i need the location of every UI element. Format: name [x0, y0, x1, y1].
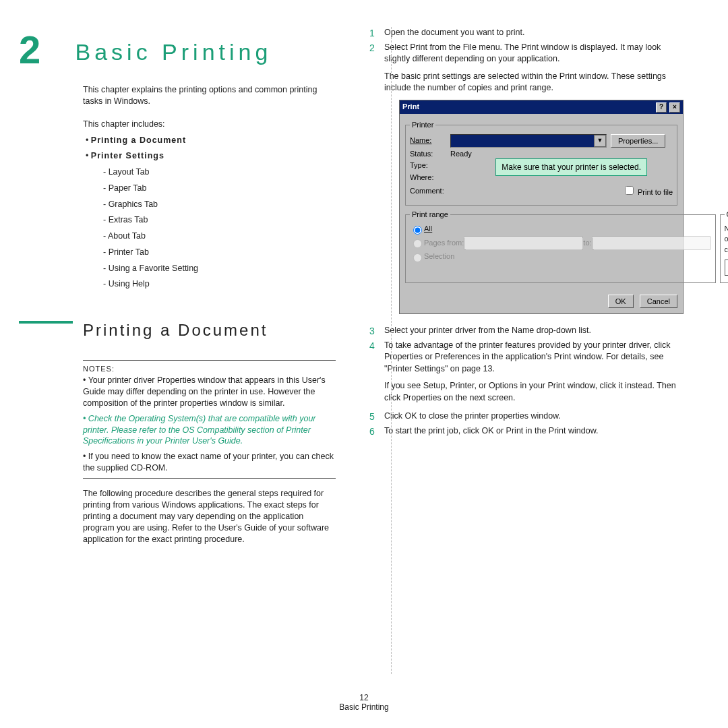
- section-title: Printing a Document: [83, 321, 336, 340]
- toc-subitem: Paper Tab: [109, 183, 147, 193]
- num-copies-label: Number of copies:: [725, 224, 728, 255]
- type-label: Type:: [410, 160, 450, 171]
- includes-label: This chapter includes:: [83, 117, 336, 133]
- step-text: If you see Setup, Printer, or Options in…: [384, 380, 686, 404]
- chapter-number: 2: [19, 27, 73, 72]
- step-number: 6: [369, 425, 384, 439]
- toc-subitem: Extras Tab: [109, 215, 148, 224]
- copies-group: Copies Number of copies: 11 22 33 Collat…: [720, 210, 728, 284]
- group-label: Printer: [410, 120, 435, 130]
- ok-button[interactable]: OK: [608, 295, 634, 308]
- toc-item: Printing a Document: [91, 135, 186, 145]
- toc-item: Printer Settings: [91, 151, 164, 160]
- cancel-button[interactable]: Cancel: [640, 295, 677, 308]
- step-number: 4: [369, 340, 384, 410]
- toc-subitem: Using a Favorite Setting: [109, 264, 198, 273]
- from-input: [464, 236, 583, 250]
- chapter-title: Basic Printing: [75, 39, 272, 65]
- step-number: 3: [369, 325, 384, 338]
- step-text: To start the print job, click OK or Prin…: [384, 425, 686, 439]
- range-selection-label: Selection: [424, 251, 454, 262]
- help-icon[interactable]: ?: [656, 102, 667, 113]
- properties-button[interactable]: Properties...: [611, 134, 665, 148]
- dialog-titlebar: Print ? ×: [400, 100, 683, 114]
- group-label: Print range: [410, 210, 450, 220]
- range-all-label: All: [424, 224, 432, 234]
- print-to-file-checkbox[interactable]: [625, 186, 634, 195]
- step-text: Open the document you want to print.: [384, 27, 686, 40]
- print-to-file-label: Print to file: [638, 188, 673, 196]
- printer-group: Printer Name: ▼ Properties... Status:Rea…: [405, 120, 677, 206]
- step-number: 2: [369, 42, 384, 324]
- toc-subitem: Printer Tab: [109, 247, 149, 257]
- range-selection-radio: [413, 253, 422, 262]
- toc-subitem: About Tab: [108, 231, 146, 241]
- toc-subitem: Using Help: [109, 279, 150, 289]
- to-input: [592, 236, 711, 250]
- toc-subitem: Layout Tab: [109, 167, 150, 177]
- chapter-intro: This chapter explains the printing optio…: [83, 84, 336, 107]
- note-text: Your printer driver Properties window th…: [83, 375, 326, 408]
- comment-label: Comment:: [410, 186, 450, 196]
- print-range-group: Print range All Pages from: to: Selectio…: [405, 210, 716, 284]
- step-text: Select Print from the File menu. The Pri…: [384, 42, 686, 65]
- page-number: 12: [0, 693, 728, 702]
- range-pages-label: Pages: [424, 238, 445, 248]
- notes-label: NOTES:: [83, 365, 336, 373]
- note-text: If you need to know the exact name of yo…: [83, 452, 334, 473]
- group-label: Copies: [725, 210, 728, 220]
- name-label: Name:: [410, 135, 450, 146]
- step-text: Select your printer driver from the Name…: [384, 325, 686, 338]
- note-text-italic: Check the Operating System(s) that are c…: [83, 414, 316, 446]
- collate-preview-icon: 11 22 33: [725, 259, 728, 276]
- chevron-down-icon[interactable]: ▼: [594, 135, 606, 147]
- step-text: Click OK to close the printer properties…: [384, 411, 686, 424]
- step-number: 5: [369, 411, 384, 424]
- printer-name-combo[interactable]: ▼: [450, 134, 607, 148]
- range-pages-radio: [413, 239, 422, 248]
- print-dialog: Print ? × Printer Name: ▼: [399, 100, 684, 315]
- page-footer-title: Basic Printing: [0, 702, 728, 712]
- column-divider: [391, 27, 392, 674]
- range-all-radio[interactable]: [413, 226, 422, 235]
- where-label: Where:: [410, 173, 450, 183]
- step-number: 1: [369, 27, 384, 40]
- close-icon[interactable]: ×: [669, 102, 680, 113]
- step-text: To take advantage of the printer feature…: [384, 340, 686, 375]
- step-text: The basic print settings are selected wi…: [384, 71, 686, 94]
- status-label: Status:: [410, 149, 450, 159]
- callout-tip: Make sure that your printer is selected.: [495, 158, 647, 176]
- section-rule: [19, 321, 73, 324]
- dialog-title: Print: [402, 102, 419, 113]
- following-paragraph: The following procedure describes the ge…: [83, 488, 336, 545]
- toc-subitem: Graphics Tab: [109, 200, 158, 209]
